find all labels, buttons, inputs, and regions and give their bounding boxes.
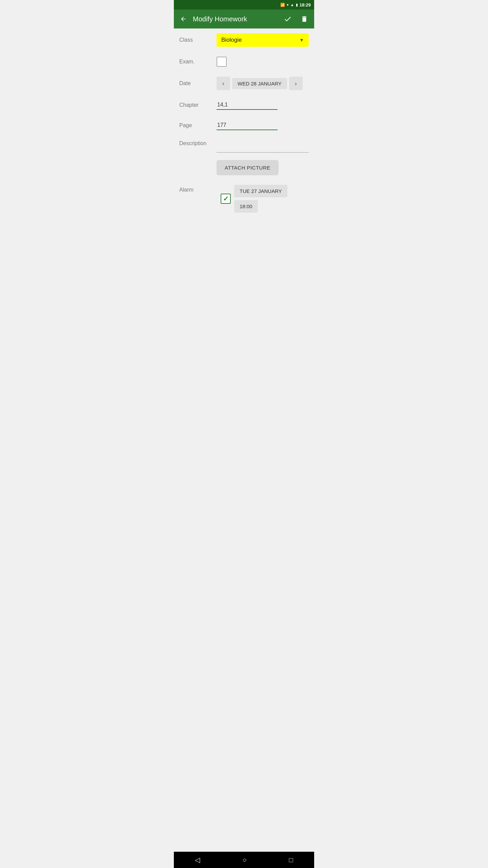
alarm-date-button[interactable]: TUE 27 JANUARY [234,185,287,197]
alarm-label: Alarm [179,185,217,193]
class-value: Biologie [221,37,242,43]
alarm-checkbox[interactable]: ✓ [221,194,231,204]
exam-checkbox[interactable] [217,57,227,67]
delete-button[interactable] [298,13,311,25]
page-input[interactable] [217,121,278,130]
battery-icon: ▮ [296,3,298,7]
signal-icon: ▲ [290,3,294,7]
confirm-button[interactable] [281,12,294,26]
date-row: Date ‹ WED 28 JANUARY › [174,72,314,95]
chapter-label: Chapter [179,102,217,108]
date-navigation: ‹ WED 28 JANUARY › [217,77,303,90]
class-dropdown[interactable]: Biologie ▼ [217,33,309,47]
class-label: Class [179,37,217,43]
description-row: Description [174,136,314,157]
alarm-checkmark-icon: ✓ [223,195,229,203]
chevron-left-icon: ‹ [222,80,224,87]
date-prev-button[interactable]: ‹ [217,77,230,90]
class-dropdown-wrapper: Biologie ▼ [217,33,309,47]
exam-label: Exam. [179,59,217,65]
back-button[interactable] [177,13,189,25]
class-row: Class Biologie ▼ [174,28,314,52]
page-title: Modify Homework [193,15,278,23]
bluetooth-icon: 📶 [280,3,285,7]
attach-picture-button[interactable]: ATTACH PICTURE [217,160,279,175]
status-bar: 📶 ▾ ▲ ▮ 18:29 [174,0,314,9]
form-content: Class Biologie ▼ Exam. Date ‹ WED 28 JAN… [174,28,314,217]
chapter-input[interactable] [217,100,278,110]
alarm-time-button[interactable]: 18:00 [234,200,258,213]
alarm-controls: ✓ TUE 27 JANUARY 18:00 [221,185,287,213]
date-next-button[interactable]: › [289,77,303,90]
toolbar: Modify Homework [174,9,314,28]
description-input[interactable] [217,140,309,153]
attach-btn-row: ATTACH PICTURE [174,157,314,180]
check-icon [284,15,292,23]
date-label: Date [179,80,217,86]
chevron-right-icon: › [295,80,297,87]
page-label: Page [179,122,217,129]
dropdown-arrow-icon: ▼ [299,37,304,43]
trash-icon [301,15,308,23]
description-label: Description [179,140,217,146]
status-time: 18:29 [300,2,311,7]
exam-row: Exam. [174,52,314,72]
wifi-icon: ▾ [287,3,289,7]
date-display[interactable]: WED 28 JANUARY [232,78,287,89]
chapter-row: Chapter [174,95,314,115]
status-icons: 📶 ▾ ▲ ▮ 18:29 [280,2,311,7]
back-arrow-icon [180,16,187,22]
page-row: Page [174,115,314,136]
alarm-row: Alarm ✓ TUE 27 JANUARY 18:00 [174,180,314,217]
